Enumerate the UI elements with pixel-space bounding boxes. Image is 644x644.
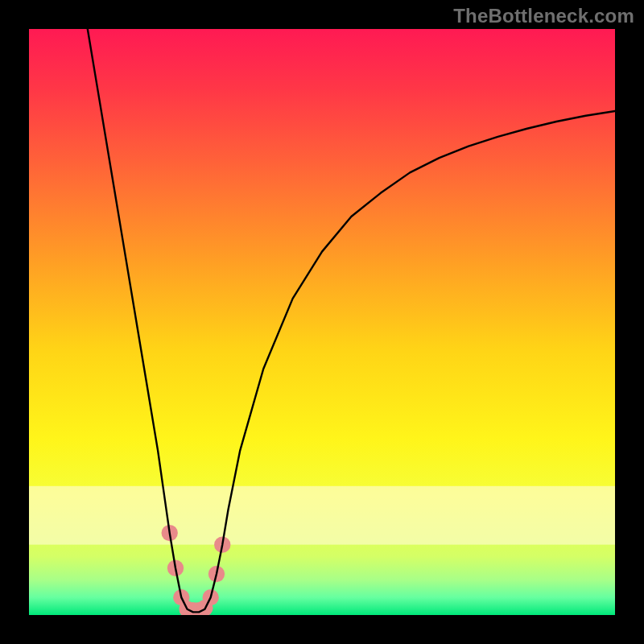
chart-frame: TheBottleneck.com [0, 0, 644, 644]
yellow-soft-band [29, 486, 615, 545]
bottleneck-chart [29, 29, 615, 615]
plot-area [29, 29, 615, 615]
watermark-text: TheBottleneck.com [453, 5, 634, 27]
